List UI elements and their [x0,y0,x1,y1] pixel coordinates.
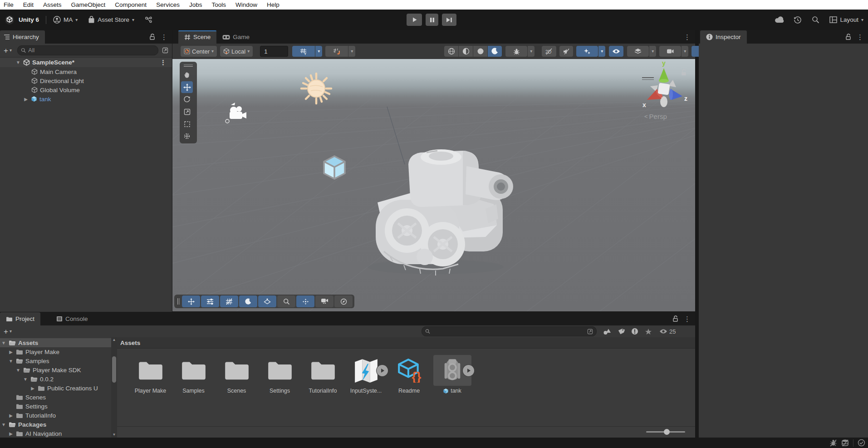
foldout-icon[interactable]: ▶ [8,431,14,436]
tree-scrollbar[interactable]: ▲ ▼ [111,337,117,438]
layout-dropdown[interactable]: Layout▾ [829,16,863,23]
tab-console[interactable]: Console [50,312,94,325]
project-search[interactable] [422,326,597,336]
asset-tile-tank[interactable]: tank [431,355,474,394]
audio-toggle-button[interactable] [559,46,573,57]
popout-icon[interactable] [158,47,172,54]
foldout-icon[interactable]: ▼ [23,377,28,382]
projection-label[interactable]: < Persp [644,113,667,120]
cache-disabled-icon[interactable] [841,439,849,447]
search-by-type-icon[interactable] [603,328,611,335]
tree-item-settings[interactable]: Settings [0,402,111,411]
tree-item-player-make[interactable]: ▶ Player Make [0,347,111,356]
asset-tile-player-make[interactable]: Player Make [129,355,172,394]
tools-drag-handle[interactable] [181,64,196,67]
panel-menu-icon[interactable]: ⋮ [684,34,691,40]
rotate-tool[interactable] [181,94,193,105]
scroll-down-icon[interactable]: ▼ [111,432,117,438]
rect-tool[interactable] [181,118,193,130]
scene-visibility-button[interactable] [609,46,623,57]
overlay-fx-button[interactable] [258,295,276,307]
foldout-icon[interactable]: ▶ [23,97,29,102]
effects-caret[interactable]: ▾ [598,46,605,57]
shading-shaded-wire-button[interactable] [459,46,473,57]
tab-project[interactable]: Project [0,312,40,325]
create-button[interactable]: + ▾ [0,47,15,54]
foldout-icon[interactable]: ▶ [30,386,35,391]
tree-item-0-0-2[interactable]: ▼ 0.0.2 [0,374,111,384]
version-control-icon[interactable] [145,16,153,24]
scene-lighting-button[interactable] [488,46,502,57]
tree-item-player-make-sdk[interactable]: ▼ Player Make SDK [0,365,111,374]
asset-tile-tutorialinfo[interactable]: TutorialInfo [301,355,344,394]
hierarchy-search-input[interactable] [28,47,155,54]
layers-caret[interactable]: ▾ [649,46,656,57]
panel-menu-icon[interactable]: ⋮ [684,315,691,322]
debugger-disabled-icon[interactable] [829,439,837,447]
tab-hierarchy[interactable]: Hierarchy [0,30,45,44]
asset-tile-samples[interactable]: Samples [172,355,215,394]
menu-services[interactable]: Services [156,1,180,8]
project-search-input[interactable] [432,328,585,335]
search-by-label-icon[interactable] [618,328,625,335]
tab-inspector[interactable]: Inspector [700,30,747,44]
overlay-lighting-button[interactable] [239,295,257,307]
foldout-icon[interactable]: ▼ [1,422,6,427]
asset-tile-settings[interactable]: Settings [258,355,301,394]
foldout-icon[interactable]: ▼ [8,359,14,364]
lock-icon[interactable] [672,315,678,322]
snap-settings-caret[interactable]: ▾ [348,46,355,57]
shading-shaded-button[interactable] [473,46,487,57]
panel-menu-icon[interactable]: ⋮ [857,34,863,40]
asset-tile-scenes[interactable]: Scenes [215,355,258,394]
gizmo-drag-handle[interactable] [642,77,654,81]
tree-item-scenes[interactable]: Scenes [0,393,111,402]
pause-button[interactable] [426,14,438,26]
menu-help[interactable]: Help [267,1,280,8]
expand-play-icon[interactable] [463,365,474,376]
cloud-icon[interactable] [775,16,785,23]
status-ok-icon[interactable] [858,439,865,447]
menu-assets[interactable]: Assets [43,1,62,8]
gizmo-lock-icon[interactable] [681,69,687,76]
foldout-icon[interactable]: ▼ [15,60,21,65]
foldout-icon[interactable]: ▼ [1,340,6,345]
foldout-icon[interactable]: ▼ [15,368,21,373]
scene-viewport[interactable]: y x z < Persp [172,59,695,311]
search-icon[interactable] [812,16,819,24]
menu-component[interactable]: Component [115,1,147,8]
foldout-icon[interactable]: ▶ [8,413,14,418]
orientation-dropdown[interactable]: Local▾ [220,46,253,57]
tab-scene[interactable]: Scene [178,30,216,44]
hierarchy-search[interactable] [17,45,158,55]
scene-camera-caret[interactable]: ▾ [682,46,688,57]
play-button[interactable] [407,14,422,26]
favorites-icon[interactable] [645,328,652,335]
hierarchy-item-global-volume[interactable]: Global Volume [0,85,172,94]
hierarchy-item-main-camera[interactable]: Main Camera [0,67,172,76]
tree-item-tutorialinfo[interactable]: ▶ TutorialInfo [0,411,111,420]
scale-tool[interactable] [181,106,193,118]
lock-icon[interactable] [149,34,155,40]
account-dropdown[interactable]: MA▾ [53,16,78,24]
hand-tool[interactable] [181,69,193,81]
transform-tool[interactable] [181,130,193,142]
overlay-cameras-button[interactable] [315,295,333,307]
hierarchy-item-directional-light[interactable]: Directional Light [0,76,172,85]
asset-tile-inputsystem[interactable]: InputSyste... [344,355,387,394]
scene-debug-button[interactable] [505,46,527,57]
overlay-navigation-button[interactable] [334,295,353,307]
search-popout-icon[interactable] [587,329,593,335]
overlays-drag-handle[interactable] [176,298,181,305]
menu-file[interactable]: File [4,1,14,8]
asset-store-dropdown[interactable]: Asset Store▾ [88,16,134,24]
scrollbar-thumb[interactable] [112,356,116,383]
foldout-icon[interactable]: ▶ [8,350,14,354]
tree-item-samples[interactable]: ▼ Samples [0,356,111,365]
scroll-up-icon[interactable]: ▲ [111,337,117,343]
2d-toggle-button[interactable]: 2D [542,46,556,57]
hierarchy-item-tank[interactable]: ▶ tank [0,94,172,103]
overlay-grid-button[interactable] [220,295,238,307]
overlay-search-button[interactable] [277,295,295,307]
search-by-importance-icon[interactable] [631,328,638,335]
